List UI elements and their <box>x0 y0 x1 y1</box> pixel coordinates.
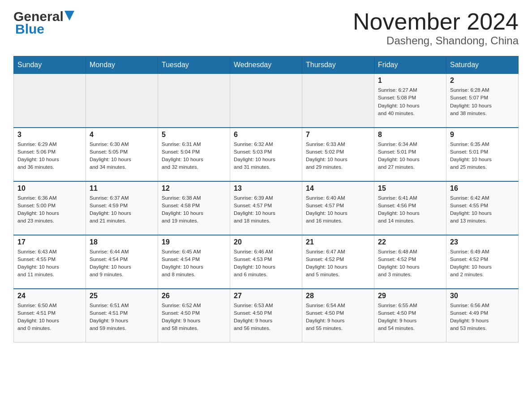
day-number: 11 <box>90 184 154 193</box>
calendar-cell: 22Sunrise: 6:48 AM Sunset: 4:52 PM Dayli… <box>374 235 446 289</box>
day-info: Sunrise: 6:42 AM Sunset: 4:55 PM Dayligh… <box>450 194 515 225</box>
day-number: 23 <box>450 238 515 246</box>
svg-marker-0 <box>64 11 74 21</box>
calendar-week-row: 1Sunrise: 6:27 AM Sunset: 5:08 PM Daylig… <box>14 74 519 128</box>
day-number: 6 <box>234 131 298 139</box>
day-number: 14 <box>306 184 370 193</box>
day-info: Sunrise: 6:41 AM Sunset: 4:56 PM Dayligh… <box>378 194 442 225</box>
calendar-cell: 30Sunrise: 6:56 AM Sunset: 4:49 PM Dayli… <box>446 289 519 342</box>
day-info: Sunrise: 6:50 AM Sunset: 4:51 PM Dayligh… <box>17 302 82 333</box>
day-number: 28 <box>306 292 370 300</box>
page-header: General Blue November 2024 Dasheng, Shan… <box>13 9 519 47</box>
calendar-cell: 12Sunrise: 6:38 AM Sunset: 4:58 PM Dayli… <box>158 181 230 235</box>
calendar-cell: 8Sunrise: 6:34 AM Sunset: 5:01 PM Daylig… <box>374 128 446 181</box>
calendar-table: SundayMondayTuesdayWednesdayThursdayFrid… <box>13 56 519 342</box>
day-number: 25 <box>90 292 154 300</box>
day-info: Sunrise: 6:43 AM Sunset: 4:55 PM Dayligh… <box>17 248 82 279</box>
calendar-cell <box>86 74 158 128</box>
day-info: Sunrise: 6:48 AM Sunset: 4:52 PM Dayligh… <box>378 248 442 279</box>
calendar-cell: 18Sunrise: 6:44 AM Sunset: 4:54 PM Dayli… <box>86 235 158 289</box>
day-number: 18 <box>90 238 154 246</box>
calendar-cell: 2Sunrise: 6:28 AM Sunset: 5:07 PM Daylig… <box>446 74 519 128</box>
day-info: Sunrise: 6:38 AM Sunset: 4:58 PM Dayligh… <box>162 194 226 225</box>
day-number: 26 <box>162 292 226 300</box>
day-info: Sunrise: 6:44 AM Sunset: 4:54 PM Dayligh… <box>90 248 154 279</box>
logo: General Blue <box>13 9 74 37</box>
calendar-cell: 10Sunrise: 6:36 AM Sunset: 5:00 PM Dayli… <box>14 181 86 235</box>
calendar-week-row: 24Sunrise: 6:50 AM Sunset: 4:51 PM Dayli… <box>14 289 519 342</box>
location-title: Dasheng, Shandong, China <box>353 34 519 47</box>
calendar-header-row: SundayMondayTuesdayWednesdayThursdayFrid… <box>14 56 519 74</box>
calendar-cell: 23Sunrise: 6:49 AM Sunset: 4:52 PM Dayli… <box>446 235 519 289</box>
day-number: 27 <box>234 292 298 300</box>
calendar-cell: 29Sunrise: 6:55 AM Sunset: 4:50 PM Dayli… <box>374 289 446 342</box>
column-header-sunday: Sunday <box>14 56 86 74</box>
day-number: 12 <box>162 184 226 193</box>
calendar-cell: 21Sunrise: 6:47 AM Sunset: 4:52 PM Dayli… <box>302 235 374 289</box>
day-number: 16 <box>450 184 515 193</box>
day-info: Sunrise: 6:45 AM Sunset: 4:54 PM Dayligh… <box>162 248 226 279</box>
day-info: Sunrise: 6:36 AM Sunset: 5:00 PM Dayligh… <box>17 194 82 225</box>
calendar-cell: 17Sunrise: 6:43 AM Sunset: 4:55 PM Dayli… <box>14 235 86 289</box>
calendar-cell: 3Sunrise: 6:29 AM Sunset: 5:06 PM Daylig… <box>14 128 86 181</box>
day-info: Sunrise: 6:39 AM Sunset: 4:57 PM Dayligh… <box>234 194 298 225</box>
calendar-week-row: 17Sunrise: 6:43 AM Sunset: 4:55 PM Dayli… <box>14 235 519 289</box>
day-number: 4 <box>90 131 154 139</box>
calendar-cell: 25Sunrise: 6:51 AM Sunset: 4:51 PM Dayli… <box>86 289 158 342</box>
day-info: Sunrise: 6:56 AM Sunset: 4:49 PM Dayligh… <box>450 302 515 333</box>
logo-triangle-icon <box>64 11 74 21</box>
day-info: Sunrise: 6:37 AM Sunset: 4:59 PM Dayligh… <box>90 194 154 225</box>
column-header-tuesday: Tuesday <box>158 56 230 74</box>
day-number: 21 <box>306 238 370 246</box>
column-header-friday: Friday <box>374 56 446 74</box>
column-header-saturday: Saturday <box>446 56 519 74</box>
logo-blue-text: Blue <box>13 21 44 37</box>
column-header-thursday: Thursday <box>302 56 374 74</box>
day-number: 1 <box>378 77 442 85</box>
day-info: Sunrise: 6:27 AM Sunset: 5:08 PM Dayligh… <box>378 86 442 117</box>
calendar-cell: 24Sunrise: 6:50 AM Sunset: 4:51 PM Dayli… <box>14 289 86 342</box>
calendar-cell <box>14 74 86 128</box>
calendar-cell: 7Sunrise: 6:33 AM Sunset: 5:02 PM Daylig… <box>302 128 374 181</box>
calendar-cell: 13Sunrise: 6:39 AM Sunset: 4:57 PM Dayli… <box>230 181 302 235</box>
day-number: 29 <box>378 292 442 300</box>
day-number: 2 <box>450 77 515 85</box>
day-info: Sunrise: 6:47 AM Sunset: 4:52 PM Dayligh… <box>306 248 370 279</box>
calendar-cell: 20Sunrise: 6:46 AM Sunset: 4:53 PM Dayli… <box>230 235 302 289</box>
day-info: Sunrise: 6:55 AM Sunset: 4:50 PM Dayligh… <box>378 302 442 333</box>
calendar-cell: 1Sunrise: 6:27 AM Sunset: 5:08 PM Daylig… <box>374 74 446 128</box>
day-number: 5 <box>162 131 226 139</box>
day-info: Sunrise: 6:35 AM Sunset: 5:01 PM Dayligh… <box>450 141 515 171</box>
day-number: 30 <box>450 292 515 300</box>
day-info: Sunrise: 6:31 AM Sunset: 5:04 PM Dayligh… <box>162 141 226 171</box>
calendar-cell: 28Sunrise: 6:54 AM Sunset: 4:50 PM Dayli… <box>302 289 374 342</box>
day-info: Sunrise: 6:30 AM Sunset: 5:05 PM Dayligh… <box>90 141 154 171</box>
calendar-cell: 4Sunrise: 6:30 AM Sunset: 5:05 PM Daylig… <box>86 128 158 181</box>
day-number: 13 <box>234 184 298 193</box>
calendar-week-row: 3Sunrise: 6:29 AM Sunset: 5:06 PM Daylig… <box>14 128 519 181</box>
day-info: Sunrise: 6:29 AM Sunset: 5:06 PM Dayligh… <box>17 141 82 171</box>
day-info: Sunrise: 6:32 AM Sunset: 5:03 PM Dayligh… <box>234 141 298 171</box>
column-header-wednesday: Wednesday <box>230 56 302 74</box>
day-number: 20 <box>234 238 298 246</box>
day-info: Sunrise: 6:51 AM Sunset: 4:51 PM Dayligh… <box>90 302 154 333</box>
day-number: 3 <box>17 131 82 139</box>
day-number: 24 <box>17 292 82 300</box>
day-info: Sunrise: 6:28 AM Sunset: 5:07 PM Dayligh… <box>450 86 515 117</box>
calendar-cell: 16Sunrise: 6:42 AM Sunset: 4:55 PM Dayli… <box>446 181 519 235</box>
day-number: 17 <box>17 238 82 246</box>
calendar-cell <box>230 74 302 128</box>
day-info: Sunrise: 6:52 AM Sunset: 4:50 PM Dayligh… <box>162 302 226 333</box>
day-info: Sunrise: 6:33 AM Sunset: 5:02 PM Dayligh… <box>306 141 370 171</box>
month-title: November 2024 <box>353 9 519 34</box>
calendar-cell: 26Sunrise: 6:52 AM Sunset: 4:50 PM Dayli… <box>158 289 230 342</box>
column-header-monday: Monday <box>86 56 158 74</box>
calendar-cell <box>158 74 230 128</box>
day-info: Sunrise: 6:54 AM Sunset: 4:50 PM Dayligh… <box>306 302 370 333</box>
day-info: Sunrise: 6:53 AM Sunset: 4:50 PM Dayligh… <box>234 302 298 333</box>
calendar-cell: 9Sunrise: 6:35 AM Sunset: 5:01 PM Daylig… <box>446 128 519 181</box>
day-info: Sunrise: 6:40 AM Sunset: 4:57 PM Dayligh… <box>306 194 370 225</box>
calendar-cell: 27Sunrise: 6:53 AM Sunset: 4:50 PM Dayli… <box>230 289 302 342</box>
day-number: 8 <box>378 131 442 139</box>
calendar-cell: 19Sunrise: 6:45 AM Sunset: 4:54 PM Dayli… <box>158 235 230 289</box>
